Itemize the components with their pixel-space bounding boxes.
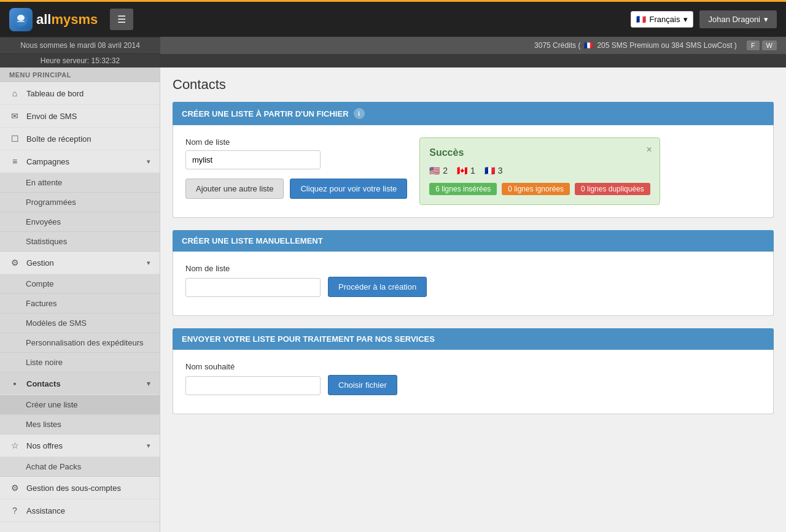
proceder-creation-button[interactable]: Procéder à la création xyxy=(328,277,427,297)
sidebar-label-gestion: Gestion xyxy=(26,258,54,268)
hamburger-button[interactable]: ☰ xyxy=(110,9,133,30)
status-bar: Nous sommes le mardi 08 avril 2014 3075 … xyxy=(0,37,786,54)
time-text: Heure serveur: 15:32:32 xyxy=(41,56,120,65)
sidebar-sub-modeles[interactable]: Modèles de SMS xyxy=(0,314,160,333)
badge-inseres: 6 lignes insérées xyxy=(429,183,497,195)
sidebar-item-sous-comptes[interactable]: ⚙ Gestion des sous-comptes xyxy=(0,477,160,499)
section3-form-row: Choisir fichier xyxy=(185,375,761,395)
nom-souhaite-input[interactable] xyxy=(185,376,321,395)
inbox-icon: ☐ xyxy=(9,134,20,144)
f-button[interactable]: F xyxy=(747,40,760,50)
success-box: × Succès 🇺🇸 2 🇨🇦 1 xyxy=(419,137,660,205)
chevron-down-campagnes: ▾ xyxy=(147,158,150,166)
sidebar-sub-factures[interactable]: Factures xyxy=(0,294,160,314)
section1-title: CRÉER UNE LISTE À PARTIR D'UN FICHIER xyxy=(182,109,349,118)
flag-ca-item: 🇨🇦 1 xyxy=(457,166,475,175)
sidebar-label-contacts: Contacts xyxy=(26,379,61,388)
user-label: Johan Dragoni xyxy=(708,15,760,24)
sidebar-item-boite-reception[interactable]: ☐ Boîte de réception xyxy=(0,128,160,150)
sidebar-label-sous-comptes: Gestion des sous-comptes xyxy=(26,484,121,493)
sidebar-sub-programmees[interactable]: Programmées xyxy=(0,193,160,212)
campagnes-icon: ≡ xyxy=(9,156,20,166)
lang-label: Français xyxy=(650,15,680,24)
section1-body: Nom de liste Ajouter une autre liste Cli… xyxy=(173,125,774,218)
nom-de-liste-label2: Nom de liste xyxy=(185,264,761,273)
contacts-icon: ▪ xyxy=(9,379,20,388)
logo-all: all xyxy=(36,12,51,28)
sidebar-item-envoi-sms[interactable]: ✉ Envoi de SMS xyxy=(0,105,160,128)
sidebar-sub-mes-listes[interactable]: Mes listes xyxy=(0,415,160,434)
language-selector[interactable]: 🇫🇷 Français ▾ xyxy=(631,11,694,28)
sidebar: MENU PRINCIPAL ⌂ Tableau de bord ✉ Envoi… xyxy=(0,67,160,532)
main-layout: MENU PRINCIPAL ⌂ Tableau de bord ✉ Envoi… xyxy=(0,67,786,532)
logo-icon xyxy=(9,8,33,31)
count-us: 2 xyxy=(443,166,448,175)
sous-comptes-icon: ⚙ xyxy=(9,483,20,493)
nom-de-liste-input1[interactable] xyxy=(185,150,321,169)
fw-buttons: F W xyxy=(747,40,777,50)
flag-ca-icon: 🇨🇦 xyxy=(457,166,467,175)
assistance-icon: ? xyxy=(9,506,20,515)
choisir-fichier-button[interactable]: Choisir fichier xyxy=(328,375,397,395)
sidebar-sub-compte[interactable]: Compte xyxy=(0,274,160,294)
success-title: Succès xyxy=(429,147,650,158)
section-creer-fichier: CRÉER UNE LISTE À PARTIR D'UN FICHIER i … xyxy=(173,102,774,218)
badges-row: 6 lignes insérées 0 lignes ignorées 0 li… xyxy=(429,183,650,195)
date-text: Nous sommes le mardi 08 avril 2014 xyxy=(20,41,140,50)
page-title: Contacts xyxy=(173,77,774,93)
sidebar-item-contacts[interactable]: ▪ Contacts ▾ xyxy=(0,372,160,395)
sidebar-sub-statistiques[interactable]: Statistiques xyxy=(0,232,160,252)
flag-france-icon: 🇫🇷 xyxy=(636,15,646,24)
section2-body: Nom de liste Procéder à la création xyxy=(173,252,774,316)
top-right: 🇫🇷 Français ▾ Johan Dragoni ▾ xyxy=(631,10,777,28)
credits-text: 3075 Crédits ( xyxy=(534,41,580,50)
flag-us-item: 🇺🇸 2 xyxy=(429,166,448,175)
nom-de-liste-group1: Nom de liste Ajouter une autre liste Cli… xyxy=(185,137,407,199)
credits-detail: 205 SMS Premium ou 384 SMS LowCost ) xyxy=(597,41,736,50)
sidebar-item-gestion[interactable]: ⚙ Gestion ▾ xyxy=(0,252,160,274)
sidebar-sub-liste-noire[interactable]: Liste noire xyxy=(0,353,160,372)
section3-body: Nom souhaité Choisir fichier xyxy=(173,350,774,414)
sidebar-item-nos-offres[interactable]: ☆ Nos offres ▾ xyxy=(0,434,160,457)
flag-us-icon: 🇺🇸 xyxy=(429,166,440,175)
nom-de-liste-input2[interactable] xyxy=(185,278,321,297)
info-icon[interactable]: i xyxy=(354,108,365,119)
chevron-down-contacts: ▾ xyxy=(147,380,150,388)
logo: allmysms xyxy=(9,8,98,31)
sidebar-sub-achat-packs[interactable]: Achat de Packs xyxy=(0,457,160,477)
badge-dupliquees: 0 lignes dupliquées xyxy=(575,183,650,195)
sidebar-sub-creer-liste[interactable]: Créer une liste xyxy=(0,395,160,415)
nom-de-liste-label1: Nom de liste xyxy=(185,137,407,147)
logo-sms: sms xyxy=(71,12,98,28)
chevron-down-icon: ▾ xyxy=(683,15,688,24)
close-icon[interactable]: × xyxy=(646,144,652,155)
menu-label: MENU PRINCIPAL xyxy=(0,67,160,82)
sidebar-sub-envoyees[interactable]: Envoyées xyxy=(0,212,160,232)
sidebar-item-assistance[interactable]: ? Assistance xyxy=(0,499,160,522)
sidebar-item-tableau-de-bord[interactable]: ⌂ Tableau de bord xyxy=(0,82,160,105)
logo-my: my xyxy=(51,12,71,28)
sidebar-label-nos-offres: Nos offres xyxy=(26,441,63,450)
sidebar-sub-personnalisation[interactable]: Personnalisation des expéditeurs xyxy=(0,333,160,353)
sidebar-label-assistance: Assistance xyxy=(26,506,65,515)
sidebar-sub-en-attente[interactable]: En attente xyxy=(0,173,160,193)
w-button[interactable]: W xyxy=(762,40,777,50)
sidebar-label-campagnes: Campagnes xyxy=(26,157,69,166)
sms-icon: ✉ xyxy=(9,111,20,121)
flags-row: 🇺🇸 2 🇨🇦 1 🇫🇷 3 xyxy=(429,166,650,175)
svg-rect-2 xyxy=(17,21,25,22)
sidebar-item-campagnes[interactable]: ≡ Campagnes ▾ xyxy=(0,150,160,173)
chevron-down-offres: ▾ xyxy=(147,442,150,450)
sidebar-label-envoi: Envoi de SMS xyxy=(26,112,77,121)
section3-title: ENVOYER VOTRE LISTE POUR TRAITEMENT PAR … xyxy=(182,334,435,344)
badge-ignorees: 0 lignes ignorées xyxy=(502,183,570,195)
chevron-down-gestion: ▾ xyxy=(147,259,150,267)
ajouter-autre-liste-button[interactable]: Ajouter une autre liste xyxy=(185,179,284,199)
section2-form-row: Procéder à la création xyxy=(185,277,761,297)
section-creer-manuellement: CRÉER UNE LISTE MANUELLEMENT Nom de list… xyxy=(173,230,774,316)
voir-liste-button[interactable]: Cliquez pour voir votre liste xyxy=(290,179,407,199)
offres-icon: ☆ xyxy=(9,441,20,450)
top-bar: allmysms ☰ 🇫🇷 Français ▾ Johan Dragoni ▾ xyxy=(0,0,786,37)
flag-fr-item: 🇫🇷 3 xyxy=(484,166,503,175)
user-menu-button[interactable]: Johan Dragoni ▾ xyxy=(699,10,777,28)
